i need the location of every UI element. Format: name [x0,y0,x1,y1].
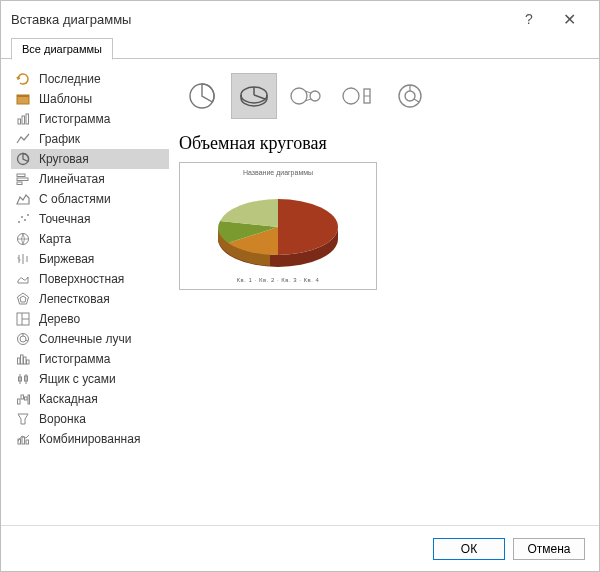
svg-marker-20 [20,296,26,302]
pie-subtype-pie-of-pie[interactable] [283,73,329,119]
scatter-chart-icon [15,211,31,227]
help-button[interactable]: ? [509,11,549,27]
chart-type-sidebar: ПоследниеШаблоныГистограммаГрафикКругова… [11,69,169,525]
sidebar-item-7[interactable]: Точечная [11,209,169,229]
sidebar-item-0[interactable]: Последние [11,69,169,89]
titlebar: Вставка диаграммы ? ✕ [1,1,599,37]
sidebar-item-label: График [39,132,80,146]
bar-chart-icon [15,171,31,187]
svg-point-9 [18,221,20,223]
boxwhisker-chart-icon [15,371,31,387]
tab-label: Все диаграммы [22,43,102,55]
sidebar-item-17[interactable]: Воронка [11,409,169,429]
sidebar-item-10[interactable]: Поверхностная [11,269,169,289]
recent-icon [15,71,31,87]
sidebar-item-4[interactable]: Круговая [11,149,169,169]
sidebar-item-label: Комбинированная [39,432,140,446]
svg-point-48 [343,88,359,104]
svg-point-25 [20,336,26,342]
pie-subtype-3d[interactable] [231,73,277,119]
sidebar-item-label: Точечная [39,212,90,226]
pie-subtype-row [179,69,589,133]
sidebar-item-11[interactable]: Лепестковая [11,289,169,309]
subtype-title: Объемная круговая [179,133,589,154]
sidebar-item-18[interactable]: Комбинированная [11,429,169,449]
sidebar-item-2[interactable]: Гистограмма [11,109,169,129]
column-chart-icon [15,111,31,127]
sidebar-item-label: Солнечные лучи [39,332,131,346]
sidebar-item-8[interactable]: Карта [11,229,169,249]
svg-rect-6 [17,174,25,177]
sidebar-item-6[interactable]: С областями [11,189,169,209]
sidebar-item-5[interactable]: Линейчатая [11,169,169,189]
main-panel: Объемная круговая Название диаграммы [179,69,589,525]
svg-rect-38 [25,397,28,400]
chart-preview[interactable]: Название диаграммы Кв. 1 · Кв. 2 · Кв. 3… [179,162,377,290]
sidebar-item-label: С областями [39,192,111,206]
sidebar-item-14[interactable]: Гистограмма [11,349,169,369]
sidebar-item-3[interactable]: График [11,129,169,149]
cancel-button[interactable]: Отмена [513,538,585,560]
svg-rect-36 [18,399,21,404]
svg-rect-29 [21,355,24,364]
sidebar-item-label: Карта [39,232,71,246]
pie-chart-icon [15,151,31,167]
tab-all-charts[interactable]: Все диаграммы [11,38,113,60]
area-chart-icon [15,191,31,207]
sidebar-item-label: Лепестковая [39,292,110,306]
sidebar-item-label: Шаблоны [39,92,92,106]
sidebar-item-label: Последние [39,72,101,86]
sidebar-item-label: Гистограмма [39,352,110,366]
pie-subtype-bar-of-pie[interactable] [335,73,381,119]
sidebar-item-16[interactable]: Каскадная [11,389,169,409]
sidebar-item-13[interactable]: Солнечные лучи [11,329,169,349]
dialog-title: Вставка диаграммы [11,12,131,27]
combo-chart-icon [15,431,31,447]
line-chart-icon [15,131,31,147]
svg-point-47 [310,91,320,101]
sidebar-item-9[interactable]: Биржевая [11,249,169,269]
close-button[interactable]: ✕ [549,10,589,29]
map-chart-icon [15,231,31,247]
funnel-chart-icon [15,411,31,427]
svg-rect-8 [17,182,22,185]
svg-rect-3 [22,116,25,124]
sidebar-item-15[interactable]: Ящик с усами [11,369,169,389]
svg-line-54 [414,99,419,102]
dialog-footer: ОК Отмена [1,525,599,571]
sidebar-item-label: Воронка [39,412,86,426]
svg-rect-1 [17,95,29,97]
sidebar-item-label: Круговая [39,152,89,166]
content-area: ПоследниеШаблоныГистограммаГрафикКругова… [1,59,599,525]
sidebar-item-12[interactable]: Дерево [11,309,169,329]
sidebar-item-label: Дерево [39,312,80,326]
svg-rect-31 [27,360,30,364]
svg-rect-37 [21,395,24,399]
sidebar-item-1[interactable]: Шаблоны [11,89,169,109]
sidebar-item-label: Поверхностная [39,272,124,286]
pie-subtype-2d[interactable] [179,73,225,119]
svg-rect-28 [18,358,21,364]
svg-rect-2 [18,119,21,124]
sunburst-chart-icon [15,331,31,347]
svg-point-11 [24,219,26,221]
svg-rect-39 [28,395,30,404]
preview-chart-body [198,178,358,275]
pie-subtype-doughnut[interactable] [387,73,433,119]
svg-point-46 [291,88,307,104]
svg-rect-4 [26,114,29,124]
svg-point-10 [21,216,23,218]
surface-chart-icon [15,271,31,287]
radar-chart-icon [15,291,31,307]
sidebar-item-label: Ящик с усами [39,372,116,386]
sidebar-item-label: Биржевая [39,252,94,266]
templates-icon [15,91,31,107]
preview-legend: Кв. 1 · Кв. 2 · Кв. 3 · Кв. 4 [237,277,320,283]
sidebar-item-label: Гистограмма [39,112,110,126]
insert-chart-dialog: Вставка диаграммы ? ✕ Все диаграммы Посл… [0,0,600,572]
waterfall-chart-icon [15,391,31,407]
treemap-chart-icon [15,311,31,327]
tabstrip: Все диаграммы [1,37,599,59]
svg-rect-43 [26,440,29,444]
ok-button[interactable]: ОК [433,538,505,560]
